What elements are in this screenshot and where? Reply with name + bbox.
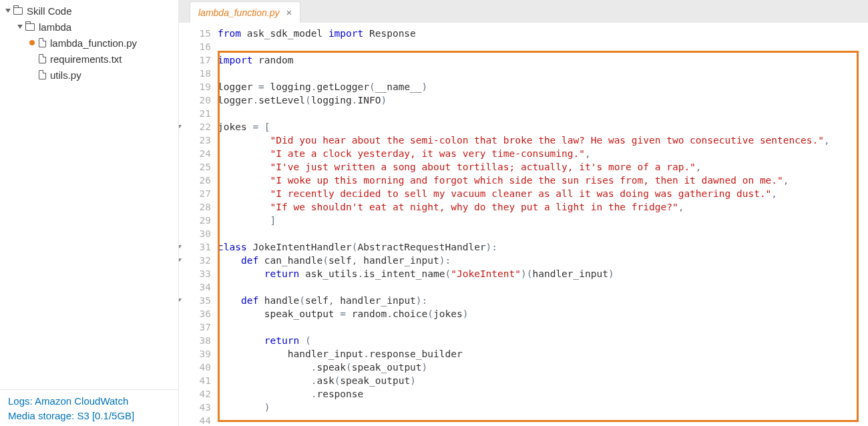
code-line: ) bbox=[218, 401, 868, 414]
fold-caret-icon[interactable] bbox=[179, 125, 182, 128]
line-number: 41 bbox=[179, 374, 211, 387]
caret-down-icon bbox=[5, 9, 11, 13]
fold-caret-icon[interactable] bbox=[179, 258, 182, 262]
code-line: logger.setLevel(logging.INFO) bbox=[218, 93, 868, 107]
file-tree: Skill Code lambda lambda_function.pyrequ… bbox=[0, 0, 178, 389]
line-number: 34 bbox=[179, 280, 211, 294]
line-number: 38 bbox=[179, 334, 211, 347]
code-line: "I woke up this morning and forgot which… bbox=[218, 174, 868, 187]
storage-link[interactable]: Media storage: S3 [0.1/5GB] bbox=[8, 409, 170, 423]
line-number: 31 bbox=[179, 240, 211, 254]
sidebar-footer: Logs: Amazon CloudWatch Media storage: S… bbox=[0, 389, 178, 426]
line-number: 22 bbox=[179, 120, 211, 134]
line-number: 26 bbox=[179, 174, 211, 187]
line-number: 35 bbox=[179, 294, 211, 307]
tree-label: utils.py bbox=[50, 69, 81, 81]
code-line: logger = logging.getLogger(__name__) bbox=[218, 80, 868, 93]
caret-down-icon bbox=[17, 25, 23, 29]
fold-caret-icon[interactable] bbox=[179, 245, 182, 248]
code-line bbox=[218, 40, 868, 53]
tree-label: lambda bbox=[39, 21, 71, 33]
code-line: ] bbox=[218, 214, 868, 227]
code-line: def can_handle(self, handler_input): bbox=[218, 254, 868, 267]
tree-file[interactable]: lambda_function.py bbox=[5, 35, 178, 51]
code-line: "If we shouldn't eat at night, why do th… bbox=[218, 200, 868, 214]
line-number: 21 bbox=[179, 107, 211, 120]
close-icon[interactable]: × bbox=[286, 7, 292, 18]
code-line: class JokeIntentHandler(AbstractRequestH… bbox=[218, 240, 868, 254]
folder-icon bbox=[13, 7, 23, 15]
code-line bbox=[218, 227, 868, 240]
tab-lambda-function[interactable]: lambda_function.py × bbox=[190, 1, 300, 23]
code-line bbox=[218, 414, 868, 426]
code-line bbox=[218, 280, 868, 294]
code-line: speak_output = random.choice(jokes) bbox=[218, 307, 868, 321]
line-number: 43 bbox=[179, 401, 211, 414]
line-number: 24 bbox=[179, 147, 211, 160]
line-number: 15 bbox=[179, 27, 211, 40]
tab-bar: lambda_function.py × bbox=[179, 0, 868, 23]
tree-file[interactable]: requirements.txt bbox=[5, 51, 178, 67]
line-number: 23 bbox=[179, 134, 211, 147]
code-line: return ( bbox=[218, 334, 868, 347]
line-number: 19 bbox=[179, 80, 211, 93]
code-content[interactable]: from ask_sdk_model import Response impor… bbox=[218, 23, 868, 426]
line-number: 28 bbox=[179, 200, 211, 214]
code-line: from ask_sdk_model import Response bbox=[218, 27, 868, 40]
code-line: "I ate a clock yesterday, it was very ti… bbox=[218, 147, 868, 160]
line-number: 42 bbox=[179, 387, 211, 401]
line-number: 32 bbox=[179, 254, 211, 267]
code-line: def handle(self, handler_input): bbox=[218, 294, 868, 307]
modified-dot-icon bbox=[29, 40, 35, 45]
line-number: 27 bbox=[179, 187, 211, 200]
code-line: "Did you hear about the semi-colon that … bbox=[218, 134, 868, 147]
code-line: .ask(speak_output) bbox=[218, 374, 868, 387]
tree-file[interactable]: utils.py bbox=[5, 67, 178, 83]
line-number: 36 bbox=[179, 307, 211, 321]
line-number: 17 bbox=[179, 53, 211, 67]
line-number: 40 bbox=[179, 361, 211, 374]
code-line: handler_input.response_builder bbox=[218, 347, 868, 361]
file-icon bbox=[39, 70, 46, 79]
code-line bbox=[218, 67, 868, 80]
main-editor-area: lambda_function.py × 1516171819202122232… bbox=[179, 0, 868, 426]
tree-root-folder[interactable]: Skill Code bbox=[5, 3, 178, 19]
tab-label: lambda_function.py bbox=[198, 7, 279, 18]
line-number-gutter: 1516171819202122232425262728293031323334… bbox=[179, 23, 218, 426]
line-number: 39 bbox=[179, 347, 211, 361]
tree-label: Skill Code bbox=[27, 5, 72, 17]
code-line: .response bbox=[218, 387, 868, 401]
fold-caret-icon[interactable] bbox=[179, 298, 182, 302]
code-line: "I've just written a song about tortilla… bbox=[218, 160, 868, 174]
code-line bbox=[218, 107, 868, 120]
line-number: 30 bbox=[179, 227, 211, 240]
sidebar: Skill Code lambda lambda_function.pyrequ… bbox=[0, 0, 179, 426]
code-line: .speak(speak_output) bbox=[218, 361, 868, 374]
line-number: 37 bbox=[179, 321, 211, 334]
folder-icon bbox=[25, 23, 35, 31]
code-line: jokes = [ bbox=[218, 120, 868, 134]
logs-link[interactable]: Logs: Amazon CloudWatch bbox=[8, 394, 170, 409]
line-number: 44 bbox=[179, 414, 211, 426]
file-icon bbox=[39, 38, 46, 47]
tree-folder-lambda[interactable]: lambda bbox=[5, 19, 178, 35]
line-number: 29 bbox=[179, 214, 211, 227]
tree-label: lambda_function.py bbox=[50, 37, 137, 49]
file-icon bbox=[39, 54, 46, 63]
code-line: return ask_utils.is_intent_name("JokeInt… bbox=[218, 267, 868, 280]
line-number: 20 bbox=[179, 93, 211, 107]
line-number: 16 bbox=[179, 40, 211, 53]
tree-label: requirements.txt bbox=[50, 53, 122, 65]
code-line: import random bbox=[218, 53, 868, 67]
line-number: 33 bbox=[179, 267, 211, 280]
line-number: 18 bbox=[179, 67, 211, 80]
code-line: "I recently decided to sell my vacuum cl… bbox=[218, 187, 868, 200]
code-line bbox=[218, 321, 868, 334]
line-number: 25 bbox=[179, 160, 211, 174]
code-editor[interactable]: 1516171819202122232425262728293031323334… bbox=[179, 23, 868, 426]
